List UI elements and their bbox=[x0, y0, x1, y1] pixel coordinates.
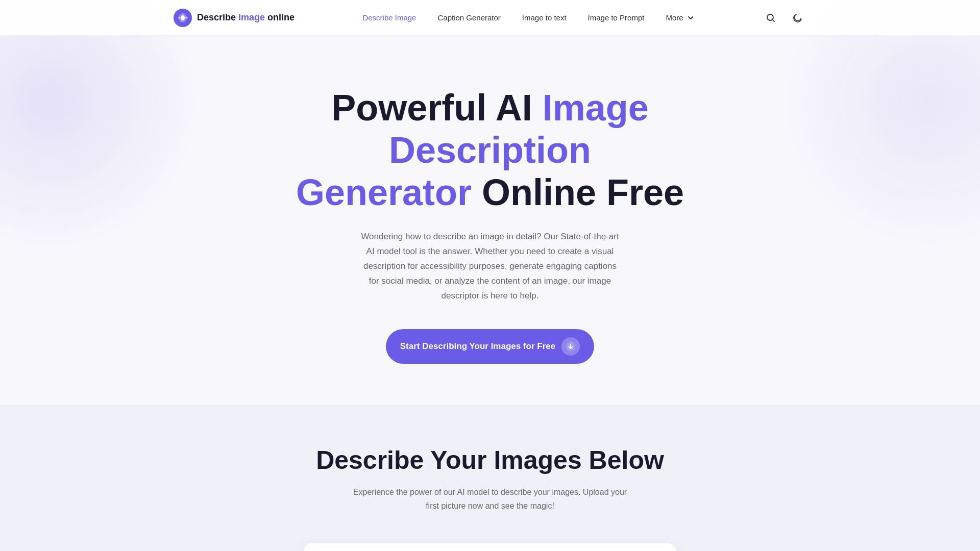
cta-button[interactable]: Start Describing Your Images for Free bbox=[386, 329, 595, 364]
lower-title: Describe Your Images Below bbox=[10, 445, 970, 475]
hero-subtitle: Wondering how to describe an image in de… bbox=[357, 230, 623, 303]
nav-item-describe-image[interactable]: Describe Image bbox=[354, 9, 424, 26]
upload-container: Step 1. Upload Image bbox=[304, 543, 676, 551]
lower-section: Describe Your Images Below Experience th… bbox=[0, 405, 980, 551]
logo[interactable]: Describe Image online bbox=[174, 9, 295, 27]
navbar-nav: Describe Image Caption Generator Image t… bbox=[354, 9, 701, 26]
nav-item-image-to-prompt[interactable]: Image to Prompt bbox=[580, 9, 653, 26]
logo-text: Describe Image online bbox=[197, 12, 295, 23]
nav-item-more[interactable]: More bbox=[657, 9, 701, 26]
theme-toggle-button[interactable] bbox=[788, 9, 806, 27]
moon-icon bbox=[792, 13, 802, 23]
navbar-right bbox=[762, 9, 806, 27]
main-content: Powerful AI Image Description Generator … bbox=[0, 0, 980, 551]
nav-item-caption-generator[interactable]: Caption Generator bbox=[429, 9, 508, 26]
navbar: Describe Image online Describe Image Cap… bbox=[0, 0, 980, 36]
nav-item-image-to-text[interactable]: Image to text bbox=[514, 9, 575, 26]
chevron-down-icon bbox=[688, 15, 694, 21]
cta-label: Start Describing Your Images for Free bbox=[400, 341, 556, 352]
search-button[interactable] bbox=[762, 9, 780, 27]
cta-download-icon bbox=[561, 337, 580, 356]
hero-title: Powerful AI Image Description Generator … bbox=[271, 87, 709, 213]
lower-subtitle: Experience the power of our AI model to … bbox=[10, 485, 970, 513]
hero-section: Powerful AI Image Description Generator … bbox=[260, 36, 720, 405]
search-icon bbox=[766, 13, 776, 23]
logo-icon bbox=[174, 9, 192, 27]
